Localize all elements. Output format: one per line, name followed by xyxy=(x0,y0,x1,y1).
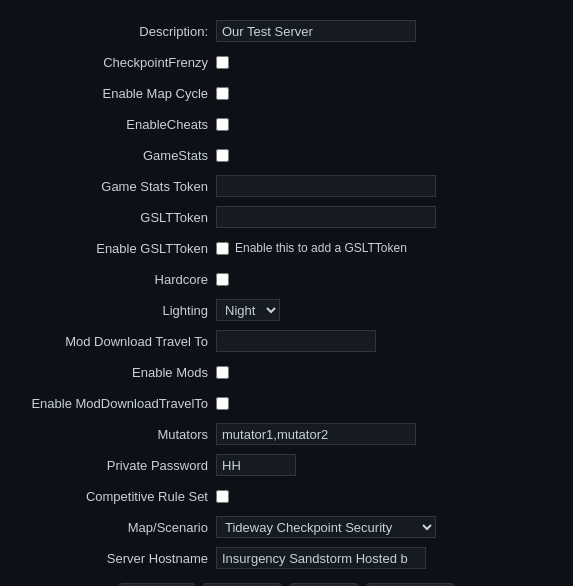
enable-map-cycle-row: Enable Map Cycle xyxy=(16,80,557,106)
map-scenario-select[interactable]: Tideway Checkpoint Security xyxy=(216,516,436,538)
server-hostname-label: Server Hostname xyxy=(16,551,216,566)
mutators-row: Mutators xyxy=(16,421,557,447)
enable-mods-row: Enable Mods xyxy=(16,359,557,385)
enable-gslt-label: Enable GSLTToken xyxy=(16,241,216,256)
form-container: Description: CheckpointFrenzy Enable Map… xyxy=(0,10,573,586)
lighting-label: Lighting xyxy=(16,303,216,318)
hardcore-checkbox[interactable] xyxy=(216,273,229,286)
enable-mods-checkbox[interactable] xyxy=(216,366,229,379)
game-stats-row: GameStats xyxy=(16,142,557,168)
lighting-select[interactable]: Day Night Dawn Dusk xyxy=(216,299,280,321)
mutators-input[interactable] xyxy=(216,423,416,445)
enable-cheats-label: EnableCheats xyxy=(16,117,216,132)
description-input[interactable] xyxy=(216,20,416,42)
checkpoint-frenzy-checkbox[interactable] xyxy=(216,56,229,69)
private-password-row: Private Password xyxy=(16,452,557,478)
private-password-input[interactable] xyxy=(216,454,296,476)
competitive-rule-label: Competitive Rule Set xyxy=(16,489,216,504)
description-row: Description: xyxy=(16,18,557,44)
enable-mods-label: Enable Mods xyxy=(16,365,216,380)
game-stats-token-row: Game Stats Token xyxy=(16,173,557,199)
mutators-label: Mutators xyxy=(16,427,216,442)
enable-map-cycle-checkbox[interactable] xyxy=(216,87,229,100)
game-stats-label: GameStats xyxy=(16,148,216,163)
checkpoint-frenzy-row: CheckpointFrenzy xyxy=(16,49,557,75)
enable-map-cycle-label: Enable Map Cycle xyxy=(16,86,216,101)
server-hostname-row: Server Hostname xyxy=(16,545,557,571)
gslt-token-row: GSLTToken xyxy=(16,204,557,230)
mod-download-travel-row: Mod Download Travel To xyxy=(16,328,557,354)
enable-gslt-note: Enable this to add a GSLTToken xyxy=(235,241,407,255)
mod-download-travel-label: Mod Download Travel To xyxy=(16,334,216,349)
competitive-rule-row: Competitive Rule Set xyxy=(16,483,557,509)
checkpoint-frenzy-label: CheckpointFrenzy xyxy=(16,55,216,70)
gslt-token-label: GSLTToken xyxy=(16,210,216,225)
private-password-label: Private Password xyxy=(16,458,216,473)
gslt-token-input[interactable] xyxy=(216,206,436,228)
map-scenario-label: Map/Scenario xyxy=(16,520,216,535)
lighting-row: Lighting Day Night Dawn Dusk xyxy=(16,297,557,323)
game-stats-token-label: Game Stats Token xyxy=(16,179,216,194)
enable-cheats-row: EnableCheats xyxy=(16,111,557,137)
hardcore-row: Hardcore xyxy=(16,266,557,292)
enable-mod-download-label: Enable ModDownloadTravelTo xyxy=(16,396,216,411)
game-stats-checkbox[interactable] xyxy=(216,149,229,162)
enable-cheats-checkbox[interactable] xyxy=(216,118,229,131)
enable-mod-download-row: Enable ModDownloadTravelTo xyxy=(16,390,557,416)
competitive-rule-checkbox[interactable] xyxy=(216,490,229,503)
description-label: Description: xyxy=(16,24,216,39)
mod-download-travel-input[interactable] xyxy=(216,330,376,352)
server-hostname-input[interactable] xyxy=(216,547,426,569)
enable-gslt-row: Enable GSLTToken Enable this to add a GS… xyxy=(16,235,557,261)
description-value xyxy=(216,20,557,42)
enable-gslt-checkbox[interactable] xyxy=(216,242,229,255)
map-scenario-row: Map/Scenario Tideway Checkpoint Security xyxy=(16,514,557,540)
enable-mod-download-checkbox[interactable] xyxy=(216,397,229,410)
hardcore-label: Hardcore xyxy=(16,272,216,287)
game-stats-token-input[interactable] xyxy=(216,175,436,197)
